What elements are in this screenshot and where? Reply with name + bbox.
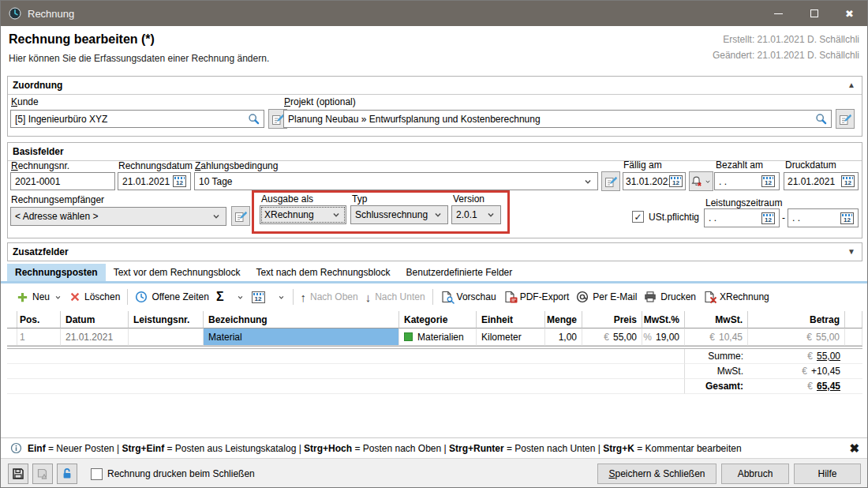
nach-unten-button: ↓ Nach Unten <box>365 291 425 304</box>
empfaenger-edit-button[interactable] <box>231 206 250 226</box>
collapse-down-icon[interactable]: ▼ <box>847 247 855 256</box>
col-header-kategorie[interactable]: Kategorie <box>399 311 477 328</box>
toolbar-separator <box>293 289 294 305</box>
bezahlt-input[interactable]: . . <box>714 172 780 190</box>
ust-checkbox[interactable]: ✓ <box>632 211 644 223</box>
calendar-icon[interactable] <box>761 212 775 224</box>
cell-mwst-pct[interactable]: %19,00 <box>642 328 685 346</box>
chevron-down-icon[interactable] <box>331 209 342 220</box>
chevron-down-icon[interactable] <box>704 178 712 186</box>
col-header-betrag[interactable]: Betrag <box>748 311 845 328</box>
save-button[interactable] <box>8 464 28 484</box>
calendar-icon[interactable] <box>761 175 775 187</box>
cell-leistungsnr[interactable] <box>129 328 204 346</box>
print-on-close-checkbox[interactable] <box>91 468 103 480</box>
col-header-einheit[interactable]: Einheit <box>477 311 545 328</box>
delete-x-icon <box>69 291 80 302</box>
col-header-mwst-pct[interactable]: MwSt.% <box>642 311 685 328</box>
cell-preis[interactable]: €55,00 <box>582 328 642 346</box>
chevron-down-icon[interactable] <box>582 176 593 187</box>
toolbar-separator <box>127 289 128 305</box>
close-button[interactable]: ✖ <box>832 1 867 26</box>
empfaenger-combo[interactable]: < Adresse wählen > <box>10 207 226 226</box>
kunde-input[interactable]: [5] Ingenieurbüro XYZ <box>10 110 264 128</box>
cell-pos[interactable]: 1 <box>15 328 61 346</box>
calendar-icon[interactable] <box>841 175 855 187</box>
search-icon[interactable] <box>248 113 260 125</box>
chevron-down-icon[interactable] <box>485 209 496 220</box>
save-template-button-disabled <box>32 464 53 484</box>
ust-checkbox-row[interactable]: ✓ USt.pflichtig <box>632 211 699 223</box>
calendar-icon[interactable] <box>669 175 683 187</box>
typ-value: Schlussrechnung <box>355 209 429 220</box>
chevron-down-icon[interactable] <box>277 293 286 302</box>
per-email-button[interactable]: Per E-Mail <box>576 291 637 303</box>
zusatzfelder-group: Zusatzfelder ▼ <box>7 242 862 261</box>
search-icon[interactable] <box>815 113 827 125</box>
maximize-button[interactable] <box>796 1 832 26</box>
projekt-input[interactable]: Planung Neubau » Entwurfsplanung und Kos… <box>283 110 832 128</box>
zahlungsbedingung-combo[interactable]: 10 Tage <box>194 172 598 190</box>
cancel-button[interactable]: Abbruch <box>721 464 789 484</box>
cell-einheit[interactable]: Kilometer <box>477 328 545 346</box>
chevron-down-icon[interactable] <box>54 293 62 302</box>
vorschau-button[interactable]: Vorschau <box>440 291 496 303</box>
pdf-export-button[interactable]: PDF-Export <box>503 291 570 303</box>
offene-zeiten-button[interactable]: Offene Zeiten <box>135 291 209 303</box>
col-header-datum[interactable]: Datum <box>61 311 129 328</box>
minimize-button[interactable] <box>761 1 796 26</box>
tab-benutzerdefinierte-felder[interactable]: Benutzerdefinierte Felder <box>398 264 521 281</box>
help-button[interactable]: Hilfe <box>794 464 861 484</box>
col-header-pos[interactable]: Pos. <box>15 311 61 328</box>
drucken-button[interactable]: Drucken <box>644 291 696 303</box>
date-menu-button[interactable] <box>252 291 286 303</box>
projekt-edit-button[interactable] <box>836 109 855 129</box>
summe-label: Summe: <box>685 349 748 364</box>
neu-button[interactable]: Neu <box>17 291 62 303</box>
vorschau-label: Vorschau <box>457 291 496 302</box>
cell-datum[interactable]: 21.01.2021 <box>61 328 129 346</box>
druckdatum-input[interactable]: 21.01.2021 <box>784 172 859 190</box>
reminder-split-button[interactable] <box>689 171 713 191</box>
zahlungsbedingung-edit-button[interactable] <box>601 171 620 191</box>
printer-icon <box>644 291 657 303</box>
mwst-total-label: MwSt. <box>685 364 748 379</box>
col-header-menge[interactable]: Menge <box>545 311 582 328</box>
leistungszeitraum-von-input[interactable]: . . <box>704 208 780 227</box>
sum-button[interactable]: Σ <box>216 290 245 304</box>
version-combo[interactable]: 2.0.1 <box>451 205 501 224</box>
typ-combo[interactable]: Schlussrechnung <box>350 205 448 224</box>
col-header-leistungsnr[interactable]: Leistungsnr. <box>129 311 204 328</box>
hint-close-icon[interactable]: ✖ <box>849 441 859 456</box>
faellig-input[interactable]: 31.01.2021 <box>623 172 686 190</box>
leistungszeitraum-bis-input[interactable]: . . <box>788 208 859 227</box>
calendar-icon[interactable] <box>173 175 186 187</box>
unlock-button[interactable] <box>57 464 77 484</box>
loeschen-button[interactable]: Löschen <box>69 291 120 302</box>
xrechnung-export-button[interactable]: XRechnung <box>703 291 769 303</box>
tab-text-nach[interactable]: Text nach dem Rechnungsblock <box>248 264 398 281</box>
calendar-icon[interactable] <box>840 212 854 224</box>
chevron-down-icon[interactable] <box>432 209 443 220</box>
rechnungsnr-input[interactable]: 2021-0001 <box>10 172 115 190</box>
toolbar-separator <box>432 289 433 305</box>
chevron-down-icon[interactable] <box>236 293 245 302</box>
bezahlt-label: Bezahlt am <box>716 160 763 171</box>
cell-menge[interactable]: 1,00 <box>545 328 582 346</box>
rechnungsdatum-input[interactable]: 21.01.2021 <box>118 172 191 190</box>
tab-rechnungsposten[interactable]: Rechnungsposten <box>7 264 106 281</box>
col-header-preis[interactable]: Preis <box>582 311 642 328</box>
col-header-bezeichnung[interactable]: Bezeichnung <box>204 311 399 328</box>
chevron-down-icon[interactable] <box>211 211 222 222</box>
tab-text-vor[interactable]: Text vor dem Rechnungsblock <box>106 264 249 281</box>
save-and-close-button[interactable]: Speichern & Schließen <box>597 464 716 484</box>
cell-kategorie[interactable]: Materialien <box>399 328 477 346</box>
cell-bezeichnung[interactable]: Material <box>204 328 399 346</box>
ust-label: USt.pflichtig <box>649 212 699 223</box>
ausgabe-combo[interactable]: XRechnung <box>260 205 346 224</box>
hint-key: Strg+Einf <box>122 443 165 454</box>
selected-cell[interactable]: Material <box>204 328 398 345</box>
collapse-up-icon[interactable]: ▲ <box>847 81 855 89</box>
col-header-mwst[interactable]: MwSt. <box>685 311 748 328</box>
x-badge-icon <box>709 296 717 304</box>
